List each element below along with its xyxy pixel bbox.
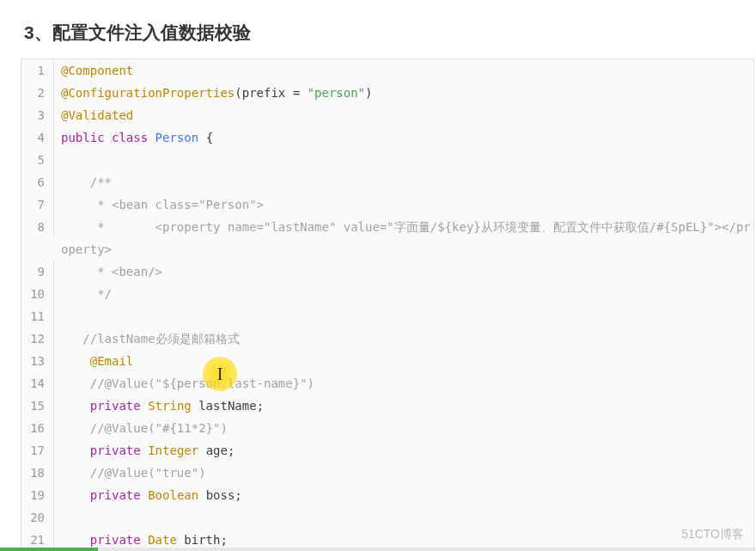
code-line: 10 */ (21, 283, 753, 305)
code-token: ) (365, 86, 372, 100)
code-token (61, 421, 90, 435)
code-token: "person" (308, 86, 365, 100)
code-content: * <bean class="Person"> (54, 193, 753, 216)
line-number: 8 (21, 216, 54, 238)
code-token: * <property name="lastName" value="字面量/$… (61, 220, 751, 256)
code-content: /** (54, 171, 753, 193)
code-content: public class Person { (54, 126, 753, 149)
code-token: { (206, 131, 213, 144)
code-token (61, 466, 90, 480)
code-token: //@Value("#{11*2}") (90, 421, 228, 435)
code-token: age (206, 444, 228, 457)
code-token (141, 533, 148, 547)
code-token: ; (257, 399, 264, 413)
line-number: 9 (21, 260, 54, 283)
code-token: /** (90, 175, 112, 189)
line-number: 1 (21, 59, 54, 82)
line-number: 3 (21, 104, 54, 126)
code-token: Date (148, 533, 177, 547)
code-content: //@Value("#{11*2}") (54, 417, 753, 439)
code-content: private Boolean boss; (54, 484, 753, 506)
code-token: boss (206, 488, 235, 502)
code-token: * <bean class="Person"> (97, 198, 264, 211)
code-content: * <property name="lastName" value="字面量/$… (54, 216, 753, 260)
code-token: birth (184, 533, 220, 547)
code-token: @Component (61, 64, 133, 77)
code-token: ; (235, 488, 241, 502)
code-content: */ (54, 283, 753, 305)
code-token (141, 488, 148, 502)
watermark-text: 51CTO博客 (681, 527, 744, 542)
code-line: 5 (21, 149, 753, 171)
code-token: ; (220, 533, 227, 547)
code-content: @ConfigurationProperties(prefix = "perso… (54, 82, 753, 104)
code-line: 9 * <bean/> (21, 260, 753, 283)
code-token: Integer (148, 444, 198, 457)
code-token (61, 354, 90, 368)
line-number: 19 (21, 484, 54, 506)
line-number: 12 (21, 328, 54, 350)
code-token (61, 265, 97, 279)
code-line: 2@ConfigurationProperties(prefix = "pers… (21, 82, 753, 104)
code-token: private (90, 399, 141, 413)
code-token: //@Value("true") (90, 466, 206, 480)
code-line: 12 //lastName必须是邮箱格式 (21, 328, 753, 350)
code-token (61, 220, 97, 234)
code-line: 17 private Integer age; (21, 439, 753, 462)
code-token: * <bean/> (97, 265, 162, 279)
line-number: 18 (21, 462, 54, 484)
code-token: Person (155, 131, 199, 144)
code-content: @Validated (54, 104, 753, 126)
section-heading: 3、配置文件注入值数据校验 (0, 0, 756, 58)
code-token (141, 444, 148, 457)
code-line: 8 * <property name="lastName" value="字面量… (21, 216, 753, 260)
code-token: ; (228, 444, 235, 457)
code-line: 6 /** (21, 171, 753, 193)
code-token: public (61, 131, 105, 144)
code-line: 14 //@Value("${person.last-name}") (21, 372, 753, 395)
code-token: //@Value("${person.last-name}") (90, 377, 314, 390)
line-number: 11 (21, 305, 54, 328)
code-content: @Email (54, 350, 753, 372)
code-token (61, 399, 90, 413)
code-token: */ (97, 287, 112, 301)
code-content: private String lastName; (54, 395, 753, 417)
line-number: 17 (21, 439, 54, 462)
line-number: 2 (21, 82, 54, 104)
line-number: 5 (21, 149, 54, 171)
progress-bar[interactable] (0, 548, 98, 551)
code-token (61, 332, 82, 346)
code-token (141, 399, 148, 413)
code-token: //lastName必须是邮箱格式 (82, 332, 239, 346)
progress-track[interactable] (0, 548, 756, 551)
line-number: 10 (21, 283, 54, 305)
code-content: private Integer age; (54, 439, 753, 462)
code-line: 1@Component (21, 59, 753, 82)
code-token: private (90, 444, 141, 457)
code-line: 7 * <bean class="Person"> (21, 193, 753, 216)
code-token (61, 488, 90, 502)
code-token (61, 198, 97, 211)
code-token (192, 399, 198, 413)
code-content: @Component (54, 59, 753, 82)
code-token: Boolean (148, 488, 198, 502)
code-token (198, 488, 205, 502)
code-token: @Email (90, 354, 134, 368)
line-number: 20 (21, 506, 54, 529)
code-line: 16 //@Value("#{11*2}") (21, 417, 753, 439)
line-number: 6 (21, 171, 54, 193)
code-token: @ConfigurationProperties (61, 86, 235, 100)
line-number: 13 (21, 350, 54, 372)
code-line: 13 @Email (21, 350, 753, 372)
code-block: 1@Component2@ConfigurationProperties(pre… (21, 58, 754, 551)
code-line: 15 private String lastName; (21, 395, 753, 417)
line-number: 7 (21, 193, 54, 216)
line-number: 16 (21, 417, 54, 439)
code-token (61, 175, 90, 189)
code-line: 4public class Person { (21, 126, 753, 149)
code-token: (prefix = (235, 86, 307, 100)
code-content: //lastName必须是邮箱格式 (54, 328, 753, 350)
code-token (105, 131, 112, 144)
code-line: 11 (21, 305, 753, 328)
code-content: * <bean/> (54, 260, 753, 283)
